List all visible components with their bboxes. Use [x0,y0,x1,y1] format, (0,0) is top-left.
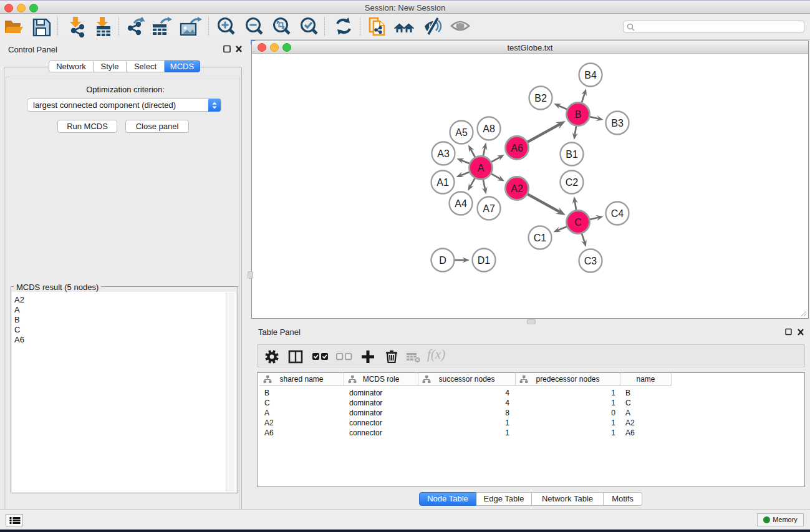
svg-text:B4: B4 [584,70,597,80]
svg-text:A1: A1 [436,177,449,188]
svg-text:B3: B3 [611,118,624,128]
svg-text:B: B [575,109,582,120]
svg-text:A4: A4 [455,198,467,209]
svg-text:A: A [478,163,485,173]
svg-text:A7: A7 [483,203,495,214]
svg-text:A3: A3 [437,148,450,159]
svg-text:D: D [439,255,446,266]
svg-text:C2: C2 [566,177,579,188]
svg-text:B1: B1 [566,149,578,160]
svg-text:C: C [574,217,582,228]
svg-text:A8: A8 [483,123,495,134]
svg-text:C3: C3 [584,256,597,266]
svg-text:C1: C1 [534,233,547,243]
svg-text:D1: D1 [478,255,491,266]
svg-text:A6: A6 [511,143,523,153]
svg-text:B2: B2 [534,93,547,104]
svg-text:C4: C4 [611,208,624,219]
svg-text:A2: A2 [511,183,523,194]
svg-text:A5: A5 [455,127,468,138]
